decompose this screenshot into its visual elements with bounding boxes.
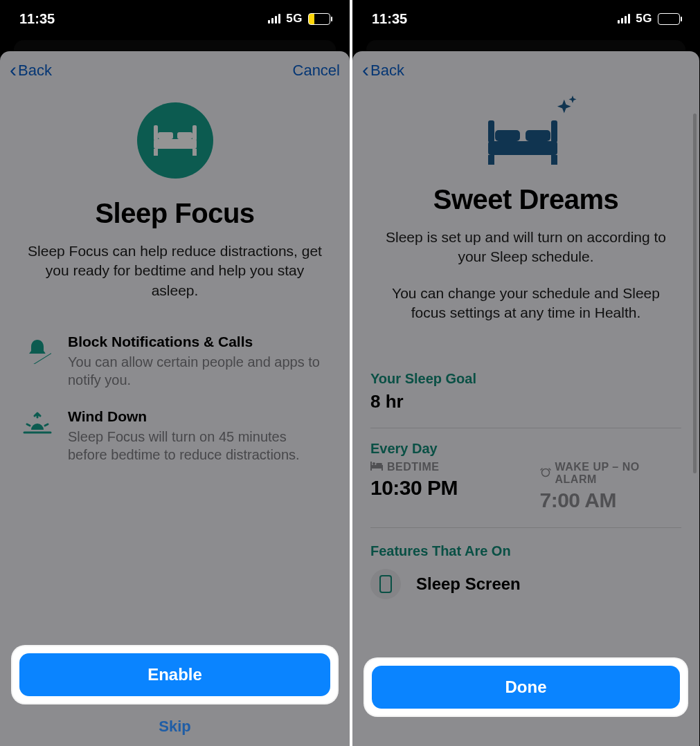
svg-rect-15	[551, 120, 557, 143]
goal-value: 8 hr	[370, 391, 681, 412]
status-right: 5G 26	[268, 12, 330, 26]
bed-icon	[370, 461, 383, 473]
wake-label: WAKE UP – NO ALARM	[555, 461, 682, 486]
phone-icon	[370, 569, 401, 599]
bed-sparkle-icon	[478, 102, 575, 165]
nav-bar: ‹ Back Cancel	[0, 51, 350, 90]
bedtime-value: 10:30 PM	[370, 476, 512, 500]
bedtime-block: BEDTIME 10:30 PM	[370, 461, 512, 512]
bell-slash-icon	[22, 335, 53, 365]
svg-rect-6	[192, 125, 197, 140]
battery-icon: 26	[658, 13, 680, 25]
svg-rect-4	[177, 132, 192, 139]
feature-on-item: Sleep Screen	[370, 569, 681, 599]
svg-rect-3	[158, 132, 173, 139]
bottom-bar: Enable Skip	[0, 646, 350, 746]
svg-rect-14	[488, 120, 494, 143]
hero: Sweet Dreams Sleep is set up and will tu…	[352, 90, 699, 322]
svg-rect-16	[370, 465, 383, 468]
cellular-signal-icon	[268, 14, 280, 24]
svg-rect-5	[154, 125, 158, 140]
chevron-left-icon: ‹	[362, 58, 369, 82]
svg-point-22	[541, 469, 549, 477]
svg-rect-23	[380, 576, 391, 592]
svg-rect-21	[376, 463, 382, 465]
clock: 11:35	[372, 11, 407, 27]
feature-body: You can allow certain people and apps to…	[68, 353, 327, 389]
wake-value: 7:00 AM	[540, 489, 682, 512]
feature-body: Sleep Focus will turn on 45 minutes befo…	[68, 428, 327, 464]
battery-icon: 26	[308, 13, 330, 25]
modal-sheet: ‹ Back	[352, 51, 699, 746]
feature-on-label: Sleep Screen	[416, 574, 521, 594]
features-list: Block Notifications & Calls You can allo…	[0, 334, 350, 464]
divider	[370, 527, 681, 528]
feature-wind-down: Wind Down Sleep Focus will turn on 45 mi…	[22, 408, 327, 464]
svg-rect-10	[488, 155, 494, 165]
svg-rect-9	[488, 141, 557, 155]
sunset-icon	[22, 410, 53, 440]
page-title: Sleep Focus	[95, 198, 254, 229]
feature-title: Wind Down	[68, 408, 327, 425]
back-label: Back	[370, 62, 404, 80]
nav-bar: ‹ Back	[352, 51, 699, 90]
back-button[interactable]: ‹ Back	[362, 60, 404, 82]
page-subtitle: Sleep Focus can help reduce distractions…	[28, 242, 322, 300]
chevron-left-icon: ‹	[10, 58, 17, 82]
status-right: 5G 26	[618, 12, 680, 26]
summary: Your Sleep Goal 8 hr Every Day BEDTIME 1…	[352, 371, 699, 599]
done-button[interactable]: Done	[372, 666, 680, 709]
clock: 11:35	[19, 11, 55, 27]
status-bar: 11:35 5G 26	[352, 0, 699, 37]
feature-block-notifications: Block Notifications & Calls You can allo…	[22, 334, 327, 389]
bedtime-label: BEDTIME	[387, 461, 440, 473]
svg-rect-1	[154, 149, 158, 156]
network-label: 5G	[636, 12, 652, 26]
sparkle-icon	[554, 94, 577, 120]
svg-rect-12	[495, 130, 520, 141]
modal-sheet: ‹ Back Cancel Sleep	[0, 51, 350, 746]
divider	[370, 428, 681, 428]
alarm-icon	[540, 466, 551, 480]
wake-block: WAKE UP – NO ALARM 7:00 AM	[540, 461, 682, 512]
bottom-bar: Done	[352, 659, 699, 746]
svg-rect-11	[551, 155, 557, 165]
feature-title: Block Notifications & Calls	[68, 334, 327, 350]
svg-rect-0	[154, 139, 197, 149]
svg-rect-17	[370, 468, 372, 471]
svg-point-20	[373, 462, 375, 465]
page-title: Sweet Dreams	[433, 184, 618, 215]
svg-rect-2	[192, 149, 197, 156]
enable-button[interactable]: Enable	[19, 653, 330, 696]
svg-rect-13	[526, 130, 550, 141]
back-button[interactable]: ‹ Back	[10, 60, 52, 82]
page-text-1: Sleep is set up and will turn on accordi…	[380, 228, 672, 267]
goal-label: Your Sleep Goal	[370, 371, 681, 387]
hero: Sleep Focus Sleep Focus can help reduce …	[0, 90, 350, 300]
cancel-button[interactable]: Cancel	[293, 62, 340, 80]
svg-rect-19	[370, 462, 372, 466]
page-text-2: You can change your schedule and Sleep f…	[380, 284, 672, 323]
status-bar: 11:35 5G 26	[0, 0, 350, 37]
cellular-signal-icon	[618, 14, 630, 24]
scroll-indicator[interactable]	[693, 113, 697, 473]
network-label: 5G	[286, 12, 303, 26]
bed-circle-icon	[137, 102, 213, 179]
svg-rect-18	[382, 468, 383, 471]
back-label: Back	[18, 62, 52, 80]
skip-button[interactable]: Skip	[12, 707, 337, 746]
features-on-label: Features That Are On	[370, 543, 681, 559]
days-label: Every Day	[370, 441, 681, 457]
